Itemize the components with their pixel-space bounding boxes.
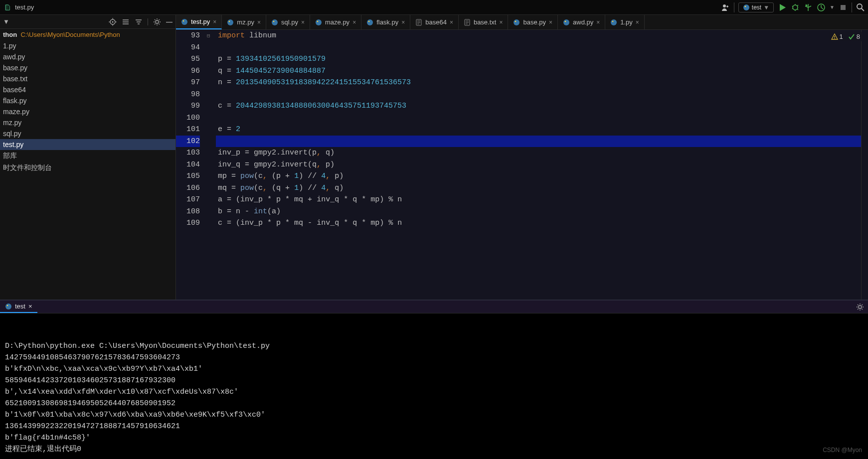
- profile-icon[interactable]: [817, 3, 826, 12]
- warnings-indicator[interactable]: 1: [831, 33, 843, 40]
- close-icon[interactable]: ×: [301, 19, 305, 26]
- editor-tab[interactable]: base.py×: [508, 15, 558, 29]
- gear-icon[interactable]: [153, 18, 161, 26]
- code-line[interactable]: [216, 136, 861, 148]
- file-item[interactable]: sql.py: [0, 128, 175, 139]
- error-stripe[interactable]: [861, 30, 868, 300]
- editor-tab[interactable]: mz.py×: [222, 15, 266, 29]
- close-icon[interactable]: ×: [636, 19, 639, 26]
- code-line[interactable]: c = 204429893813488806300464357511937457…: [216, 100, 861, 112]
- svg-point-26: [565, 20, 566, 22]
- chevron-down-small-icon[interactable]: ▼: [830, 4, 835, 10]
- code-line[interactable]: inv_q = gmpy2.invert(q, p): [216, 159, 861, 171]
- editor-tab[interactable]: sql.py×: [266, 15, 310, 29]
- run-coverage-icon[interactable]: [804, 3, 813, 12]
- code-line[interactable]: [216, 112, 861, 124]
- file-item[interactable]: 1.py: [0, 40, 175, 51]
- line-number: 108: [176, 206, 200, 218]
- editor-tab[interactable]: flask.py×: [361, 15, 410, 29]
- editor-tab[interactable]: base.txt×: [459, 15, 509, 29]
- editor-tab[interactable]: awd.py×: [558, 15, 605, 29]
- file-item[interactable]: test.py: [0, 139, 175, 150]
- add-user-icon[interactable]: [721, 3, 730, 12]
- run-icon[interactable]: [778, 3, 787, 12]
- code-line[interactable]: q = 14450452739004884887: [216, 65, 861, 77]
- code-line[interactable]: inv_p = gmpy2.invert(p, q): [216, 147, 861, 159]
- svg-point-4: [793, 5, 798, 10]
- tab-label: flask.py: [376, 18, 398, 26]
- file-item[interactable]: maze.py: [0, 106, 175, 117]
- code-line[interactable]: e = 2: [216, 124, 861, 136]
- close-icon[interactable]: ×: [596, 19, 600, 26]
- editor-tab[interactable]: maze.py×: [310, 15, 361, 29]
- debug-icon[interactable]: [791, 3, 800, 12]
- code-line[interactable]: mq = pow(c, (q + 1) // 4, q): [216, 182, 861, 194]
- code-line[interactable]: mp = pow(c, (p + 1) // 4, p): [216, 170, 861, 182]
- file-item[interactable]: base.py: [0, 62, 175, 73]
- file-item[interactable]: mz.py: [0, 117, 175, 128]
- code-line[interactable]: n = 201354090531918389422241515534761536…: [216, 77, 861, 89]
- run-tool-window: test × D:\Python\python.exe C:\Users\Myo…: [0, 300, 868, 459]
- editor-body[interactable]: 1 8 939495969798991001011021031041051061…: [176, 30, 868, 300]
- editor-tab[interactable]: test.py×: [176, 15, 222, 29]
- code-line[interactable]: import libnum: [216, 30, 861, 42]
- python-file-icon: [366, 19, 373, 26]
- svg-point-16: [273, 20, 275, 22]
- close-icon[interactable]: ×: [28, 303, 32, 310]
- svg-point-18: [317, 20, 319, 22]
- svg-point-19: [367, 19, 373, 25]
- run-tab[interactable]: test ×: [0, 301, 37, 313]
- fold-marker: [205, 53, 216, 65]
- close-icon[interactable]: ×: [499, 19, 503, 26]
- hide-panel-icon[interactable]: —: [166, 18, 173, 25]
- code-line[interactable]: b = n - int(a): [216, 206, 861, 218]
- close-icon[interactable]: ×: [450, 19, 453, 26]
- code-line[interactable]: c = (inv_p * p * mq - inv_q * q * mp) % …: [216, 217, 861, 229]
- collapse-all-icon[interactable]: [135, 18, 143, 26]
- code-line[interactable]: a = (inv_p * p * mq + inv_q * q * mp) % …: [216, 194, 861, 206]
- fold-marker: [205, 182, 216, 194]
- chevron-down-icon[interactable]: ▼: [3, 18, 11, 26]
- console-output[interactable]: D:\Python\python.exe C:\Users\Myon\Docum…: [0, 313, 868, 459]
- editor-tab[interactable]: 1.py×: [605, 15, 645, 29]
- external-libraries[interactable]: 部库: [0, 150, 175, 162]
- stop-icon[interactable]: [839, 3, 848, 12]
- file-item[interactable]: flask.py: [0, 95, 175, 106]
- editor-tab[interactable]: base64×: [410, 15, 459, 29]
- tab-label: base.txt: [474, 18, 497, 26]
- close-icon[interactable]: ×: [352, 19, 356, 26]
- scratches-consoles[interactable]: 时文件和控制台: [0, 162, 175, 174]
- close-icon[interactable]: ×: [549, 19, 552, 26]
- fold-marker: [205, 89, 216, 101]
- fold-marker: [205, 159, 216, 171]
- line-number: 105: [176, 170, 200, 182]
- line-number: 106: [176, 182, 200, 194]
- locate-icon[interactable]: [109, 18, 117, 26]
- project-root[interactable]: thon C:\Users\Myon\Documents\Python: [0, 29, 175, 40]
- fold-marker: [205, 170, 216, 182]
- fold-marker: [205, 112, 216, 124]
- project-name: thon: [3, 31, 17, 38]
- gear-icon[interactable]: [856, 303, 864, 311]
- run-config-selector[interactable]: test ▼: [738, 2, 774, 12]
- file-item[interactable]: base.txt: [0, 73, 175, 84]
- svg-point-11: [181, 19, 187, 25]
- code-line[interactable]: [216, 89, 861, 101]
- file-item[interactable]: base64: [0, 84, 175, 95]
- code-line[interactable]: p = 13934102561950901579: [216, 53, 861, 65]
- close-icon[interactable]: ×: [257, 19, 261, 26]
- line-number: 94: [176, 42, 200, 54]
- line-number: 98: [176, 89, 200, 101]
- inspections-widget[interactable]: 1 8: [829, 32, 862, 41]
- code-line[interactable]: [216, 42, 861, 54]
- svg-point-31: [5, 304, 11, 309]
- close-icon[interactable]: ×: [401, 19, 405, 26]
- code-area[interactable]: import libnump = 13934102561950901579q =…: [216, 30, 861, 300]
- close-icon[interactable]: ×: [213, 18, 216, 25]
- svg-point-24: [515, 20, 517, 22]
- search-icon[interactable]: [856, 3, 865, 12]
- file-item[interactable]: awd.py: [0, 51, 175, 62]
- expand-all-icon[interactable]: [122, 18, 130, 26]
- line-number: 99: [176, 100, 200, 112]
- checks-indicator[interactable]: 8: [848, 33, 860, 40]
